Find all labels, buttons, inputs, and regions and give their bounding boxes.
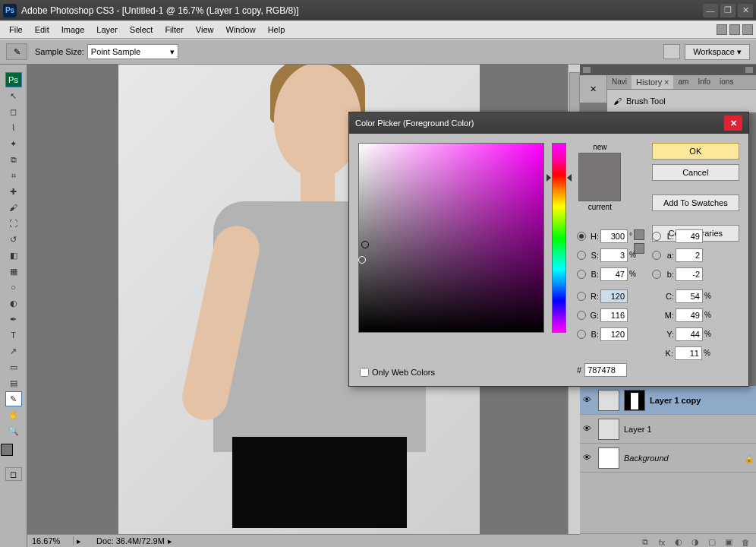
r-radio[interactable] bbox=[577, 292, 586, 301]
tab-actions[interactable]: ions bbox=[715, 75, 738, 89]
lasso-tool[interactable]: ⌇ bbox=[5, 120, 22, 135]
add-swatches-button[interactable]: Add To Swatches bbox=[652, 194, 739, 211]
foreground-color-swatch[interactable] bbox=[1, 444, 13, 456]
lab-b-input[interactable] bbox=[676, 267, 703, 281]
visibility-icon[interactable]: 👁 bbox=[583, 424, 594, 435]
workspace-menu[interactable]: Workspace ▾ bbox=[685, 44, 750, 60]
zoom-level[interactable]: 16.67% bbox=[32, 536, 74, 545]
layer-row[interactable]: 👁 Layer 1 copy bbox=[580, 386, 756, 415]
doc-restore-button[interactable] bbox=[729, 24, 740, 35]
layer-name[interactable]: Layer 1 copy bbox=[650, 396, 753, 405]
sat-input[interactable] bbox=[600, 248, 628, 262]
menu-edit[interactable]: Edit bbox=[29, 23, 55, 36]
stamp-tool[interactable]: ⛶ bbox=[5, 216, 22, 231]
a-input[interactable] bbox=[676, 248, 703, 262]
r-input[interactable] bbox=[600, 289, 628, 303]
tab-histogram[interactable]: am bbox=[673, 75, 693, 89]
l-radio[interactable] bbox=[652, 232, 661, 241]
menu-layer[interactable]: Layer bbox=[90, 23, 124, 36]
tab-close-icon[interactable]: × bbox=[664, 77, 669, 87]
color-preview[interactable] bbox=[578, 153, 621, 201]
a-radio[interactable] bbox=[652, 251, 661, 260]
g-radio[interactable] bbox=[577, 311, 586, 320]
l-input[interactable] bbox=[676, 229, 703, 243]
status-menu-icon[interactable]: ▸ bbox=[168, 536, 172, 546]
shape-tool[interactable]: ▭ bbox=[5, 359, 22, 375]
dialog-titlebar[interactable]: Color Picker (Foreground Color) ✕ bbox=[349, 112, 748, 134]
menu-image[interactable]: Image bbox=[55, 23, 91, 36]
m-input[interactable] bbox=[676, 308, 703, 322]
menu-help[interactable]: Help bbox=[262, 23, 291, 36]
move-tool[interactable]: ↖ bbox=[5, 88, 22, 103]
quickmask-toggle[interactable]: ◻ bbox=[5, 467, 22, 481]
layer-thumb[interactable] bbox=[598, 447, 619, 469]
blue-radio[interactable] bbox=[577, 330, 586, 339]
notes-tool[interactable]: ▤ bbox=[5, 375, 22, 390]
layer-name[interactable]: Layer 1 bbox=[624, 425, 753, 434]
type-tool[interactable]: T bbox=[5, 327, 22, 343]
tool-preset-icon[interactable]: ✕ bbox=[580, 75, 607, 103]
fx-icon[interactable]: fx bbox=[656, 536, 668, 548]
goto-bridge-icon[interactable] bbox=[663, 44, 680, 59]
bright-radio[interactable] bbox=[577, 270, 586, 279]
hue-input[interactable] bbox=[600, 229, 628, 243]
ok-button[interactable]: OK bbox=[652, 143, 739, 160]
path-tool[interactable]: ↗ bbox=[5, 343, 22, 359]
gradient-tool[interactable]: ▦ bbox=[5, 264, 22, 279]
history-brush-tool[interactable]: ↺ bbox=[5, 232, 22, 247]
layer-thumb[interactable] bbox=[598, 419, 619, 440]
healing-tool[interactable]: ✚ bbox=[5, 184, 22, 199]
layer-name[interactable]: Background bbox=[624, 454, 739, 463]
dialog-close-button[interactable]: ✕ bbox=[724, 115, 742, 131]
doc-close-button[interactable] bbox=[742, 24, 753, 35]
lab-b-radio[interactable] bbox=[652, 270, 661, 279]
pen-tool[interactable]: ✒ bbox=[5, 311, 22, 327]
hue-radio[interactable] bbox=[577, 232, 586, 241]
palette-collapse-right[interactable] bbox=[745, 67, 753, 73]
minimize-button[interactable]: — bbox=[703, 4, 718, 17]
menu-filter[interactable]: Filter bbox=[159, 23, 189, 36]
maximize-button[interactable]: ❐ bbox=[720, 4, 736, 17]
wand-tool[interactable]: ✦ bbox=[5, 136, 22, 151]
close-window-button[interactable]: ✕ bbox=[738, 4, 753, 17]
menu-window[interactable]: Window bbox=[220, 23, 262, 36]
blue-input[interactable] bbox=[600, 327, 628, 341]
brush-tool[interactable]: 🖌 bbox=[5, 200, 22, 215]
c-input[interactable] bbox=[676, 289, 703, 303]
mask-icon[interactable]: ◐ bbox=[673, 536, 685, 548]
menu-view[interactable]: View bbox=[190, 23, 220, 36]
layer-row[interactable]: 👁 Background 🔒 bbox=[580, 444, 756, 473]
eraser-tool[interactable]: ◧ bbox=[5, 248, 22, 263]
g-input[interactable] bbox=[600, 308, 628, 322]
zoom-tool[interactable]: 🔍 bbox=[5, 423, 22, 438]
menu-select[interactable]: Select bbox=[124, 23, 159, 36]
menu-file[interactable]: File bbox=[3, 23, 29, 36]
layer-thumb[interactable] bbox=[598, 390, 619, 411]
web-only-checkbox[interactable] bbox=[360, 368, 369, 377]
trash-icon[interactable]: 🗑 bbox=[739, 536, 751, 548]
link-layers-icon[interactable]: ⧉ bbox=[639, 536, 651, 548]
hand-tool[interactable]: ✋ bbox=[5, 407, 22, 422]
ps-panel-icon[interactable]: Ps bbox=[5, 72, 22, 87]
cancel-button[interactable]: Cancel bbox=[652, 164, 739, 181]
blur-tool[interactable]: ○ bbox=[5, 280, 22, 295]
zoom-popup-icon[interactable]: ▸ bbox=[77, 536, 81, 546]
history-item[interactable]: Brush Tool bbox=[626, 96, 666, 106]
bright-input[interactable] bbox=[600, 267, 628, 281]
tab-history[interactable]: History × bbox=[632, 75, 673, 89]
eyedropper-tool[interactable]: ✎ bbox=[5, 391, 22, 406]
hue-slider[interactable] bbox=[552, 143, 567, 333]
tab-navigator[interactable]: Navi bbox=[607, 75, 632, 89]
saturation-brightness-field[interactable] bbox=[358, 143, 544, 333]
sample-size-dropdown[interactable]: Point Sample▾ bbox=[87, 44, 178, 59]
marquee-tool[interactable]: ◻ bbox=[5, 104, 22, 119]
layer-mask-thumb[interactable] bbox=[624, 390, 645, 411]
hex-input[interactable] bbox=[584, 363, 627, 377]
visibility-icon[interactable]: 👁 bbox=[583, 453, 594, 463]
y-input[interactable] bbox=[676, 327, 703, 341]
dodge-tool[interactable]: ◐ bbox=[5, 296, 22, 311]
visibility-icon[interactable]: 👁 bbox=[583, 395, 594, 406]
new-layer-icon[interactable]: ▣ bbox=[723, 536, 735, 548]
sat-radio[interactable] bbox=[577, 251, 586, 260]
palette-collapse-left[interactable] bbox=[583, 67, 591, 73]
